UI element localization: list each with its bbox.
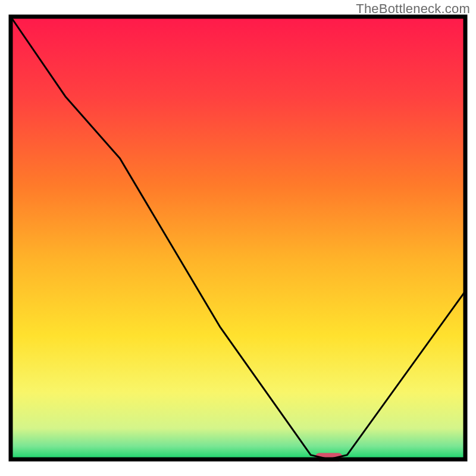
watermark-text: TheBottleneck.com (356, 1, 470, 17)
chart-container: TheBottleneck.com (0, 0, 476, 476)
bottleneck-curve-plot (0, 0, 476, 476)
gradient-background (11, 17, 465, 459)
